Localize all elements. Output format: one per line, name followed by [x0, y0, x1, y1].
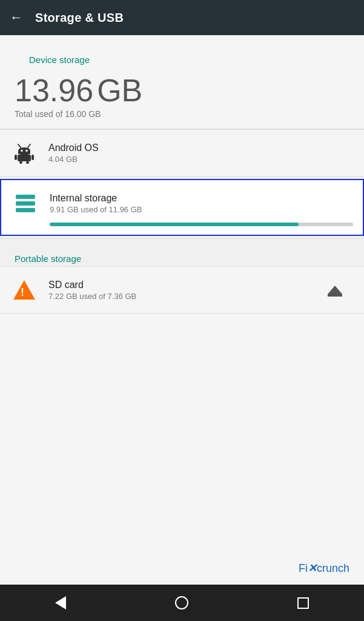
watermark-crunch: crunch	[317, 562, 349, 574]
watermark-text: Fi✕crunch	[299, 562, 349, 575]
main-content: Device storage 13.96 GB Total used of 16…	[0, 35, 364, 585]
internal-storage-item[interactable]: Internal storage 9.91 GB used of 11.96 G…	[0, 179, 364, 236]
svg-rect-6	[31, 155, 34, 160]
sd-card-item[interactable]: SD card 7.22 GB used of 7.36 GB	[0, 266, 364, 313]
warning-icon	[13, 280, 35, 300]
nav-recents-button[interactable]	[294, 594, 313, 612]
android-icon	[10, 138, 39, 167]
watermark-fix: Fi	[299, 562, 308, 574]
svg-rect-4	[18, 155, 31, 161]
svg-rect-7	[19, 161, 22, 164]
nav-back-button[interactable]	[51, 594, 70, 612]
divider-3	[0, 238, 364, 239]
total-label: Total used of 16.00 GB	[15, 109, 349, 119]
portable-section: Portable storage	[0, 241, 364, 266]
internal-storage-subtitle: 9.91 GB used of 11.96 GB	[50, 205, 353, 214]
app-bar-title: Storage & USB	[35, 11, 124, 25]
android-os-title: Android OS	[48, 143, 354, 153]
svg-rect-8	[26, 161, 29, 164]
device-storage-block: Device storage 13.96 GB Total used of 16…	[0, 35, 364, 129]
nav-back-icon	[55, 596, 66, 609]
stack-line-1	[16, 195, 35, 199]
android-os-text: Android OS 4.04 GB	[48, 143, 354, 164]
device-storage-header: Device storage	[15, 42, 349, 67]
internal-storage-progress-container	[50, 223, 353, 226]
eject-icon[interactable]	[328, 286, 342, 294]
sd-card-subtitle: 7.22 GB used of 7.36 GB	[48, 292, 320, 301]
stack-line-3	[16, 208, 35, 212]
svg-point-3	[25, 150, 28, 152]
internal-storage-text: Internal storage 9.91 GB used of 11.96 G…	[50, 193, 353, 214]
nav-home-button[interactable]	[173, 594, 191, 612]
android-os-subtitle: 4.04 GB	[48, 155, 354, 164]
used-size-value: 13.96	[15, 73, 93, 108]
stack-line-2	[16, 201, 35, 206]
stack-icon	[11, 189, 40, 218]
used-size-unit: GB	[97, 73, 142, 108]
divider-2	[0, 176, 364, 176]
android-os-item[interactable]: Android OS 4.04 GB	[0, 129, 364, 176]
nav-bar	[0, 585, 364, 621]
sd-card-title: SD card	[48, 280, 320, 290]
svg-rect-5	[15, 155, 17, 160]
watermark-area: Fi✕crunch	[0, 314, 364, 585]
portable-storage-header: Portable storage	[0, 241, 364, 266]
warning-icon-container	[10, 275, 39, 304]
watermark-x: ✕	[308, 562, 317, 574]
svg-line-0	[18, 144, 21, 147]
nav-recents-icon	[297, 597, 309, 609]
svg-line-1	[28, 144, 30, 147]
back-button[interactable]: ←	[10, 10, 23, 25]
internal-storage-title: Internal storage	[50, 193, 353, 204]
sd-card-text: SD card 7.22 GB used of 7.36 GB	[48, 280, 320, 301]
svg-point-2	[21, 150, 23, 152]
internal-storage-progress-fill	[50, 223, 299, 226]
app-bar: ← Storage & USB	[0, 0, 364, 35]
internal-storage-top: Internal storage 9.91 GB used of 11.96 G…	[11, 189, 353, 218]
nav-home-icon	[175, 596, 188, 609]
